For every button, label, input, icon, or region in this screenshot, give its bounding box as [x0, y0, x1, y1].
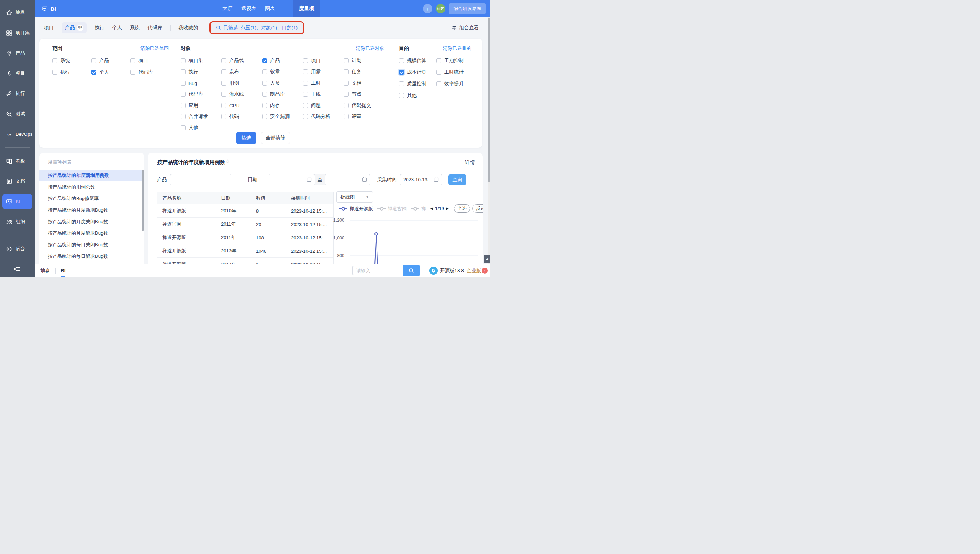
nav-tab-dashboard[interactable]: 大屏 — [223, 5, 232, 12]
object-checkbox[interactable]: 发布 — [221, 68, 262, 75]
object-checkbox[interactable]: 用例 — [221, 80, 262, 86]
date-start-input[interactable] — [269, 174, 315, 185]
sidebar-item-devops[interactable]: ∞ DevOps — [2, 126, 32, 142]
object-checkbox[interactable]: 制品库 — [262, 91, 303, 97]
object-checkbox[interactable]: 问题 — [303, 102, 344, 109]
tab-product[interactable]: 产品 55 — [62, 22, 87, 33]
nav-tab-chart[interactable]: 图表 — [265, 5, 275, 12]
sidebar-item-kanban[interactable]: 看板 — [2, 153, 32, 169]
object-checkbox[interactable]: 代码库 — [181, 91, 221, 97]
chart-type-select[interactable]: 折线图 ▼ — [336, 191, 373, 202]
object-checkbox[interactable]: 安全漏洞 — [262, 113, 303, 120]
purpose-checkbox[interactable]: 效率提升 — [436, 81, 473, 87]
invert-select-button[interactable]: 反选 — [472, 204, 483, 213]
list-item[interactable]: 按产品统计的Bug修复率 — [39, 193, 145, 204]
page-scrollbar-thumb[interactable] — [488, 18, 490, 182]
sidebar-item-org[interactable]: 组织 — [2, 214, 32, 229]
object-clear-link[interactable]: 清除已选对象 — [356, 45, 384, 52]
workspace-button[interactable]: 综合研发界面 — [449, 3, 486, 14]
object-checkbox[interactable]: Bug — [181, 80, 221, 86]
clear-all-button[interactable]: 全部清除 — [261, 132, 290, 144]
avatar[interactable]: 仙芝 — [436, 4, 445, 13]
table-row[interactable]: 禅道开源版 2011年 108 2023-10-12 15:... — [158, 231, 333, 245]
sidebar-item-product[interactable]: 产品 — [2, 46, 32, 60]
filter-button[interactable]: 筛选 — [236, 132, 256, 144]
object-checkbox[interactable]: 执行 — [181, 68, 221, 75]
global-search-input[interactable] — [352, 266, 403, 275]
table-row[interactable]: 禅道开源版 2013年 1046 2023-10-12 15:... — [158, 245, 333, 258]
bottom-tab-home[interactable]: 地盘 — [40, 264, 50, 277]
object-checkbox[interactable]: 评审 — [344, 113, 385, 120]
star-icon[interactable]: ☆ — [225, 158, 230, 165]
purpose-checkbox[interactable]: 工时统计 — [436, 69, 473, 75]
object-checkbox[interactable]: 内存 — [262, 102, 303, 109]
scope-checkbox[interactable]: 系统 — [52, 57, 91, 64]
object-checkbox[interactable]: 人员 — [262, 80, 303, 86]
list-item[interactable]: 按产品统计的月度解决Bug数 — [39, 228, 145, 239]
sidebar-item-bi[interactable]: BI — [2, 194, 32, 209]
nav-tab-metrics[interactable]: 度量项 — [293, 0, 320, 18]
object-checkbox[interactable]: 项目集 — [181, 57, 221, 64]
list-item[interactable]: 按产品统计的每日关闭Bug数 — [39, 239, 145, 251]
object-checkbox[interactable]: 上线 — [303, 91, 344, 97]
list-item[interactable]: 按产品统计的每日解决Bug数 — [39, 251, 145, 262]
line-chart[interactable] — [347, 214, 480, 264]
list-scrollbar-thumb[interactable] — [142, 170, 144, 231]
scope-checkbox[interactable]: 个人 — [91, 69, 130, 75]
sidebar-item-doc[interactable]: 文档 — [2, 174, 32, 189]
scope-checkbox[interactable]: 项目 — [130, 57, 169, 64]
list-item[interactable]: 按产品统计的用例总数 — [39, 181, 145, 193]
legend-next-icon[interactable]: ▶ — [446, 206, 449, 211]
upgrade-arrow-icon[interactable]: ↑ — [482, 267, 488, 274]
object-checkbox[interactable]: CPU — [221, 102, 262, 109]
purpose-checkbox[interactable]: 其他 — [399, 92, 436, 99]
tab-favorites[interactable]: 我收藏的 — [179, 25, 198, 31]
collect-time-input[interactable] — [400, 174, 442, 185]
sidebar-item-testing[interactable]: 测试 — [2, 106, 32, 121]
select-all-button[interactable]: 全选 — [454, 204, 470, 213]
purpose-checkbox[interactable]: 成本计算 — [399, 69, 436, 75]
object-checkbox[interactable]: 其他 — [181, 124, 221, 131]
plus-button[interactable]: ＋ — [423, 4, 432, 13]
nav-tab-pivot[interactable]: 透视表 — [241, 5, 256, 12]
detail-link[interactable]: 详情 — [465, 159, 475, 166]
purpose-checkbox[interactable]: 工期控制 — [436, 57, 473, 64]
enterprise-link[interactable]: 企业版 — [466, 267, 481, 274]
list-item[interactable]: 按产品统计的月度关闭Bug数 — [39, 216, 145, 228]
tab-system[interactable]: 系统 — [130, 25, 140, 31]
object-checkbox[interactable]: 工时 — [303, 80, 344, 86]
object-checkbox[interactable]: 产品线 — [221, 57, 262, 64]
tab-repo[interactable]: 代码库 — [148, 25, 162, 31]
scope-clear-link[interactable]: 清除已选范围 — [140, 45, 169, 52]
object-checkbox[interactable]: 用需 — [303, 68, 344, 75]
date-end-input[interactable] — [325, 174, 370, 185]
list-item[interactable]: 按产品统计的月度新增Bug数 — [39, 204, 145, 216]
scope-checkbox[interactable]: 代码库 — [130, 69, 169, 75]
zentao-logo-icon[interactable] — [430, 266, 438, 275]
purpose-checkbox[interactable]: 质量控制 — [399, 81, 436, 87]
object-checkbox[interactable]: 代码提交 — [344, 102, 385, 109]
legend-prev-icon[interactable]: ◀ — [430, 206, 433, 211]
scope-checkbox[interactable]: 产品 — [91, 57, 130, 64]
legend-item[interactable]: 禅道官网 — [377, 205, 407, 212]
list-item[interactable]: 按产品统计的年度新增用例数 — [39, 170, 145, 181]
object-checkbox[interactable]: 合并请求 — [181, 113, 221, 120]
object-checkbox[interactable]: 文档 — [344, 80, 385, 86]
object-checkbox[interactable]: 代码分析 — [303, 113, 344, 120]
purpose-checkbox[interactable]: 规模估算 — [399, 57, 436, 64]
object-checkbox[interactable]: 代码 — [221, 113, 262, 120]
filter-summary-pill[interactable]: 已筛选: 范围(1)、对象(1)、目的(1) — [210, 21, 304, 34]
table-row[interactable]: 禅道官网 2011年 20 2023-10-12 15:... — [158, 218, 333, 231]
object-checkbox[interactable]: 应用 — [181, 102, 221, 109]
legend-item[interactable]: 禅道开源版 — [339, 205, 373, 212]
table-row[interactable]: 禅道开源版 2017年 1 2023-10-12 15:... — [158, 258, 333, 264]
sidebar-item-program[interactable]: 项目集 — [2, 25, 32, 40]
global-search-button[interactable] — [403, 266, 420, 275]
sidebar-item-home[interactable]: 地盘 — [2, 5, 32, 20]
sidebar-item-execution[interactable]: 执行 — [2, 86, 32, 101]
legend-item[interactable]: 禅 — [410, 205, 426, 212]
object-checkbox[interactable]: 流水线 — [221, 91, 262, 97]
purpose-clear-link[interactable]: 清除已选目的 — [443, 45, 471, 52]
data-point[interactable] — [375, 232, 378, 236]
tab-project[interactable]: 项目 — [44, 25, 54, 31]
